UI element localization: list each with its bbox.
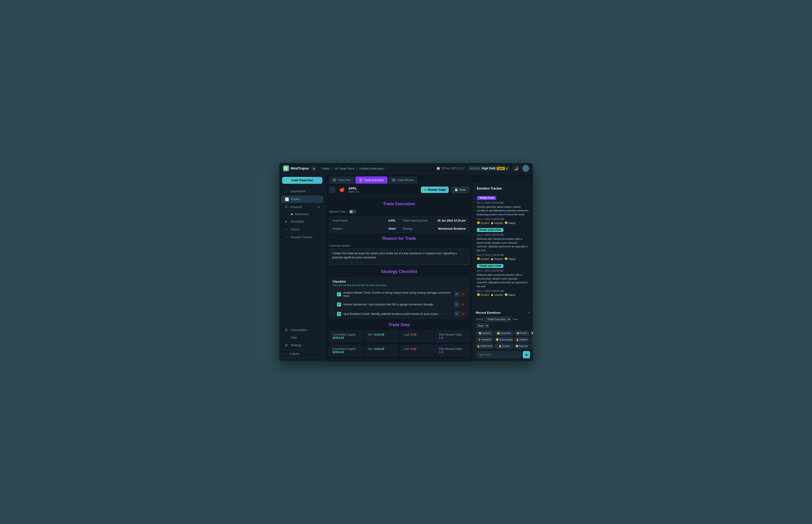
checklist-delete-btn-3[interactable]: ✕: [461, 311, 466, 316]
emotion-btn-greedy[interactable]: 💰 Greedy: [495, 343, 513, 349]
header-actions: ✓ Review Trade 💾 Save: [421, 186, 469, 193]
emotion-tag-2-3: 😊 Happy: [505, 257, 516, 260]
sidebar-item-strategies[interactable]: ✦ Strategies: [281, 218, 323, 225]
breadcrumb-sep1: /: [332, 167, 333, 170]
date-time: 📅 20 Nov 2023 11:22: [436, 167, 465, 170]
account-type-badge: Cash: [497, 167, 505, 170]
checklist-edit-btn-3[interactable]: ✎: [454, 311, 459, 316]
nav-collapse-btn[interactable]: ◀: [311, 166, 316, 171]
risk-reward-label-1: Risk Reward Ratio:: [439, 333, 463, 336]
breadcrumb-current[interactable]: Untitled trade plan: [359, 167, 383, 170]
sidebar-label-dashboard: Dashboard: [291, 190, 306, 193]
options-toggle-row: Options Trad...: [329, 210, 469, 214]
emotion-btn-nervous[interactable]: 😐 Ner...: [530, 330, 533, 336]
checklist-actions-3: ✎ ✕: [454, 311, 466, 316]
asset-info: ← 🍎 APPL Apple Inc.: [329, 186, 360, 194]
drag-handle-3[interactable]: ⠿: [333, 312, 335, 315]
emotion-timestamp-1b: Dec 2, 2023 2:40:58 AM: [477, 218, 529, 220]
emotion-btn-discouraged[interactable]: 😞 Discouraged: [495, 337, 513, 342]
checklist-item-1: ⠿ 1 Analyse Market Trend: Confirm a stro…: [329, 289, 469, 300]
filter-context-select[interactable]: Trade Execution: [485, 317, 511, 322]
emotion-btn-insecure[interactable]: 😟 Insecure: [514, 343, 529, 349]
emotion-btn-extra2[interactable]: 😊 ...: [530, 343, 533, 349]
sidebar-item-assets[interactable]: ○ Assets: [281, 226, 323, 233]
comment-section: Comment section I initiate this trade be…: [329, 244, 469, 265]
asset-name-label: Asset Name: [333, 219, 348, 222]
comment-textarea[interactable]: I initiate this trade because the asset'…: [329, 249, 469, 265]
check-num-3[interactable]: 3: [337, 312, 341, 316]
breadcrumb-all-plans[interactable]: All Trade Plans: [334, 167, 354, 170]
tab-trade-execution[interactable]: 2 Trade Execution: [355, 177, 387, 184]
emotion-btn-determined[interactable]: 💪 Determined: [476, 343, 494, 349]
settings-icon: ⚙: [285, 343, 289, 347]
sidebar-item-subscription[interactable]: ☰ Subscription: [281, 326, 323, 334]
checklist-item-3: ⠿ 3 Spot Breakout Levels: Identify poten…: [329, 309, 469, 318]
emotion-btn-fearful[interactable]: 😨 Feerful: [514, 330, 529, 336]
position-value: Short: [388, 227, 396, 230]
sidebar-label-assets: Assets: [291, 228, 300, 231]
breadcrumb-sep2: /: [356, 167, 357, 170]
sidebar-item-settings[interactable]: ⚙ Settings: [281, 342, 323, 349]
sidebar-label-settings: Settings: [291, 343, 302, 347]
checklist-edit-btn-2[interactable]: ✎: [454, 302, 459, 307]
tab-trade-plan[interactable]: 1 Trade Plan: [329, 177, 354, 184]
options-toggle-switch[interactable]: [349, 210, 356, 214]
filter-during-label: During: [476, 318, 483, 321]
account-selector[interactable]: Account: High Yield Cash ▾: [467, 166, 510, 171]
back-btn[interactable]: ←: [329, 186, 336, 193]
check-num-2[interactable]: 2: [337, 302, 341, 307]
drag-handle-2[interactable]: ⠿: [333, 303, 335, 306]
emotion-input-row: ➤: [476, 351, 530, 358]
sidebar-item-emotion-tracker[interactable]: ♡ Emotion Tracker: [281, 233, 323, 241]
emotion-btn-impulsive[interactable]: ⚡ Impulsive: [476, 337, 494, 342]
sidebar-item-trades[interactable]: 📈 Trades: [281, 196, 323, 203]
create-trade-plan-btn[interactable]: Crate Trade Plan: [282, 177, 322, 184]
checklist-section-title: Strategy Checklist: [329, 269, 469, 274]
checklist-hint: Click the number of a list item to mark …: [333, 284, 466, 286]
checklist-delete-btn-2[interactable]: ✕: [461, 302, 466, 307]
breadcrumb-trades[interactable]: Trades: [321, 167, 330, 170]
emotion-tags-1: 😊 Excited 🔥 Hopeful 😊 Happy: [477, 222, 529, 224]
loss-card-1: Loss: $-30: [400, 330, 434, 342]
dark-mode-btn[interactable]: 🌙: [513, 165, 520, 172]
checklist-container: Checklist Click the number of a list ite…: [329, 277, 469, 319]
check-num-1[interactable]: 1: [337, 292, 341, 296]
checklist-delete-btn-1[interactable]: ✕: [461, 292, 466, 297]
user-avatar[interactable]: 👤: [522, 165, 529, 172]
emotion-btn-hopeful[interactable]: 🔥 Hopeful: [514, 337, 529, 342]
trade-data-grid-1: Committed Capital: $2854.66 Win: $134.09…: [329, 330, 469, 342]
emotion-btn-cautious[interactable]: 😊 Cautious: [476, 330, 494, 336]
time-header: Time: [398, 359, 413, 361]
drag-handle-1[interactable]: ⠿: [333, 293, 335, 296]
emotion-text-1: Feeling optimistic about today's market …: [477, 205, 529, 216]
emotion-entry-2: TRADE EXECUTION Jun 2, 2024 2:39:58 AM R…: [477, 228, 529, 260]
logo-icon: 🧭: [283, 165, 289, 171]
trade-data-section-title: Trade Data: [329, 323, 469, 327]
checklist-edit-btn-1[interactable]: ✎: [454, 292, 459, 297]
strategy-value: Momentum Breakout: [438, 227, 465, 230]
emotion-send-btn[interactable]: ➤: [523, 351, 530, 358]
momentum-dot: [291, 213, 293, 215]
sidebar-item-help[interactable]: ··· Help: [281, 334, 323, 341]
win-card-2: Win: $134.09: [365, 345, 398, 356]
tab-label-trade-execution: Trade Execution: [364, 179, 384, 182]
emotion-btn-extra1[interactable]: 😊 ...: [530, 337, 533, 342]
sidebar-item-accounts[interactable]: ☰ Accounts ▾: [281, 203, 323, 211]
emotion-btn-frustrated[interactable]: 😤 Frustrated: [495, 330, 513, 336]
loss-value-2: $-30: [411, 347, 416, 350]
checklist-header: Checklist Click the number of a list ite…: [329, 278, 469, 289]
calendar-icon: 📅: [436, 167, 440, 170]
review-trade-btn[interactable]: ✓ Review Trade: [421, 186, 449, 193]
tabs-bar: 1 Trade Plan 2 Trade Execution 3 Trade R…: [325, 174, 533, 184]
emotion-text-input[interactable]: [476, 351, 521, 358]
position-cell: Position Short: [329, 225, 399, 233]
filter-time-select[interactable]: Now: [476, 323, 489, 328]
sidebar-item-momentum[interactable]: Momentum: [281, 211, 323, 217]
sidebar-item-dashboard[interactable]: ⌂ Dashboard: [281, 188, 323, 195]
logout-btn[interactable]: → Logout: [281, 350, 323, 358]
emotion-timestamp-2b: Dec 2, 2023 2:40:58 AM: [477, 253, 529, 256]
save-btn[interactable]: 💾 Save: [451, 186, 469, 193]
tab-trade-review[interactable]: 3 Trade Review: [388, 177, 417, 184]
tab-num-3: 3: [392, 178, 396, 182]
expand-icon[interactable]: ⤢: [528, 311, 530, 314]
